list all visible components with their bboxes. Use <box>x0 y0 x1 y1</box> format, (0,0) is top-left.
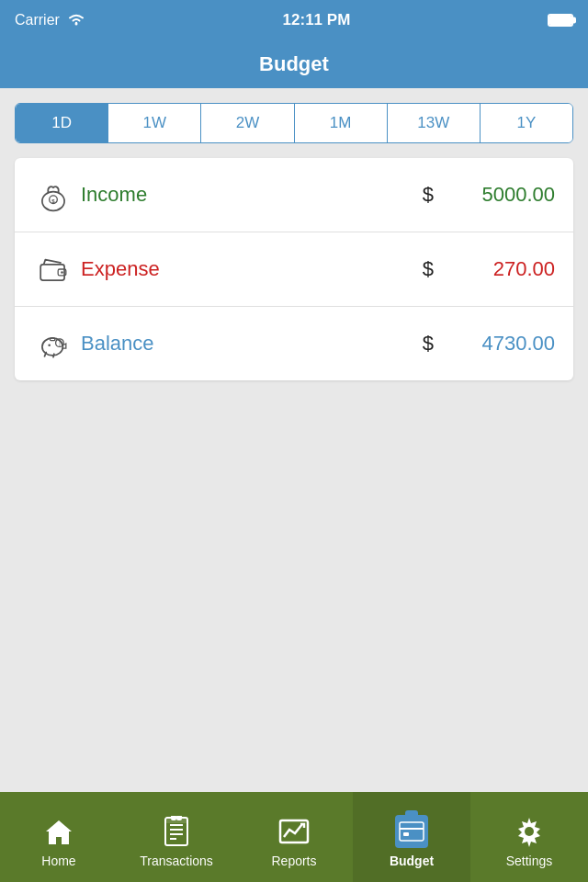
balance-icon <box>33 323 74 364</box>
tab-1m[interactable]: 1M <box>294 104 387 142</box>
svg-rect-4 <box>40 265 64 280</box>
svg-point-24 <box>525 827 534 836</box>
income-row: $ Income $ 5000.00 <box>15 158 573 232</box>
svg-point-6 <box>61 271 63 274</box>
tab-settings[interactable]: Settings <box>470 792 588 882</box>
tab-1w[interactable]: 1W <box>107 104 200 142</box>
svg-rect-11 <box>51 338 55 341</box>
expense-label: Expense <box>81 257 423 281</box>
tab-1y[interactable]: 1Y <box>480 104 572 142</box>
svg-rect-19 <box>177 816 181 820</box>
svg-rect-21 <box>400 822 424 841</box>
tab-transactions[interactable]: Transactions <box>118 792 235 882</box>
reports-icon <box>277 815 311 848</box>
transactions-icon <box>160 815 193 848</box>
battery-icon <box>548 14 573 27</box>
tab-1d[interactable]: 1D <box>16 104 107 142</box>
svg-point-0 <box>74 23 77 26</box>
tab-reports-label: Reports <box>271 854 316 868</box>
carrier-label: Carrier <box>15 12 60 28</box>
home-icon <box>42 815 75 848</box>
tab-settings-label: Settings <box>506 854 553 868</box>
period-tabs: 1D 1W 2W 1M 13W 1Y <box>15 103 573 143</box>
svg-rect-23 <box>403 832 409 836</box>
tab-budget[interactable]: Budget <box>353 792 470 882</box>
status-bar: Carrier 12:11 PM <box>0 0 588 40</box>
tab-transactions-label: Transactions <box>140 854 213 868</box>
expense-icon <box>33 249 74 289</box>
wifi-icon <box>67 12 85 28</box>
tab-home[interactable]: Home <box>0 792 118 882</box>
income-amount: 5000.00 <box>445 183 555 207</box>
expense-dollar: $ <box>423 257 434 281</box>
balance-amount: 4730.00 <box>445 332 555 356</box>
expense-row: Expense $ 270.00 <box>15 232 573 307</box>
tab-2w[interactable]: 2W <box>200 104 293 142</box>
balance-row: Balance $ 4730.00 <box>15 307 573 380</box>
expense-amount: 270.00 <box>445 257 555 281</box>
budget-icon <box>395 815 428 848</box>
income-icon: $ <box>33 175 74 215</box>
tab-13w[interactable]: 13W <box>387 104 480 142</box>
nav-bar: Budget <box>0 40 588 88</box>
settings-icon <box>513 815 546 848</box>
tab-home-label: Home <box>41 854 75 868</box>
svg-rect-18 <box>172 816 175 820</box>
content-area: 1D 1W 2W 1M 13W 1Y $ Income $ 5000.00 <box>0 88 588 380</box>
summary-card: $ Income $ 5000.00 Expense $ 270.00 <box>15 158 573 380</box>
svg-point-10 <box>48 344 51 346</box>
balance-dollar: $ <box>423 332 434 356</box>
tab-budget-label: Budget <box>390 854 434 868</box>
page-title: Budget <box>259 52 329 76</box>
tab-reports[interactable]: Reports <box>235 792 353 882</box>
income-dollar: $ <box>423 183 434 207</box>
income-label: Income <box>81 183 423 207</box>
time-label: 12:11 PM <box>283 11 351 29</box>
tab-bar: Home Transactions <box>0 792 588 882</box>
balance-label: Balance <box>81 332 423 356</box>
